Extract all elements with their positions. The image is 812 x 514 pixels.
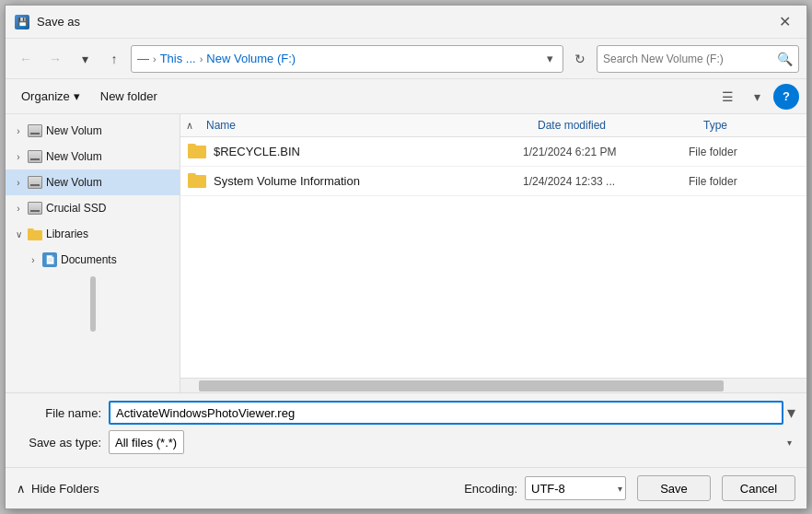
filename-label: File name: bbox=[17, 406, 109, 420]
expand-icon-2: › bbox=[13, 177, 24, 188]
close-button[interactable]: ✕ bbox=[771, 12, 797, 32]
sidebar-item-1[interactable]: › New Volum bbox=[6, 144, 180, 169]
search-input[interactable] bbox=[603, 53, 777, 65]
save-as-dialog: 💾 Save as ✕ ← → ▾ ↑ — › This ... › New V… bbox=[5, 5, 807, 509]
footer: ∧ Hide Folders Encoding: UTF-8 ▾ Save Ca… bbox=[6, 467, 806, 508]
scrollbar-thumb[interactable] bbox=[199, 380, 724, 391]
filetype-select-wrapper: All files (*.*) ▾ bbox=[109, 430, 795, 454]
file-type-1: File folder bbox=[689, 175, 799, 188]
up-button[interactable]: ↑ bbox=[101, 46, 127, 72]
hide-folders-label: Hide Folders bbox=[31, 482, 99, 496]
breadcrumb-separator: › bbox=[200, 53, 203, 64]
folder-icon-libraries bbox=[28, 227, 42, 241]
sidebar-item-0[interactable]: › New Volum bbox=[6, 118, 180, 144]
dropdown-button[interactable]: ▾ bbox=[72, 46, 98, 72]
hide-folders-button[interactable]: ∧ Hide Folders bbox=[17, 482, 99, 496]
help-button[interactable]: ? bbox=[773, 84, 799, 110]
table-row[interactable]: System Volume Information 1/24/2024 12:3… bbox=[180, 167, 806, 196]
dialog-icon: 💾 bbox=[15, 15, 29, 29]
lib-icon-documents: 📄 bbox=[42, 252, 57, 267]
toolbar: Organize ▾ New folder ☰ ▾ ? bbox=[6, 79, 806, 114]
filename-dropdown-arrow[interactable]: ▾ bbox=[787, 403, 795, 423]
sidebar-label-1: New Volum bbox=[46, 150, 102, 163]
filename-row: File name: ▾ bbox=[17, 401, 795, 425]
breadcrumb-dropdown[interactable]: ▾ bbox=[543, 52, 557, 65]
expand-icon-documents: › bbox=[28, 254, 39, 265]
folder-icon-sysvolume bbox=[188, 173, 206, 190]
file-date-0: 1/21/2024 6:21 PM bbox=[523, 146, 689, 158]
refresh-button[interactable]: ↻ bbox=[567, 46, 593, 72]
main-content: › New Volum › New Volum › New Volum › Cr… bbox=[6, 114, 806, 392]
file-list-header: ∧ Name Date modified Type bbox=[180, 114, 806, 137]
search-bar[interactable]: 🔍 bbox=[597, 45, 799, 73]
search-icon[interactable]: 🔍 bbox=[777, 52, 793, 66]
hide-folders-icon: ∧ bbox=[17, 482, 26, 496]
col-header-date[interactable]: Date modified bbox=[530, 115, 696, 135]
save-button[interactable]: Save bbox=[637, 475, 711, 501]
drive-icon-3 bbox=[28, 201, 42, 216]
breadcrumb-prefix: — bbox=[137, 52, 149, 65]
encoding-select-wrapper: UTF-8 ▾ bbox=[525, 476, 626, 500]
title-bar: 💾 Save as ✕ bbox=[6, 6, 806, 39]
encoding-select[interactable]: UTF-8 bbox=[525, 476, 626, 500]
encoding-group: Encoding: UTF-8 ▾ bbox=[464, 476, 626, 500]
bottom-form: File name: ▾ Save as type: All files (*.… bbox=[6, 392, 806, 467]
expand-icon-1: › bbox=[13, 151, 24, 162]
view-button[interactable]: ☰ bbox=[714, 84, 740, 110]
sidebar-label-2: New Volum bbox=[46, 176, 102, 189]
sidebar-label-0: New Volum bbox=[46, 124, 102, 137]
breadcrumb-current[interactable]: New Volume (F:) bbox=[206, 52, 296, 65]
sidebar-item-2[interactable]: › New Volum bbox=[6, 169, 180, 195]
drive-icon-0 bbox=[28, 123, 42, 138]
table-row[interactable]: $RECYCLE.BIN 1/21/2024 6:21 PM File fold… bbox=[180, 137, 806, 167]
file-name-0: $RECYCLE.BIN bbox=[214, 145, 523, 158]
encoding-label: Encoding: bbox=[464, 482, 517, 496]
footer-right: Encoding: UTF-8 ▾ Save Cancel bbox=[464, 475, 795, 501]
sidebar-label-documents: Documents bbox=[61, 253, 117, 266]
horizontal-scrollbar[interactable] bbox=[180, 378, 806, 392]
filetype-row: Save as type: All files (*.*) ▾ bbox=[17, 430, 795, 454]
col-header-type[interactable]: Type bbox=[696, 115, 806, 135]
file-name-1: System Volume Information bbox=[214, 174, 523, 188]
file-list-area: ∧ Name Date modified Type $RECYCLE.BIN 1… bbox=[180, 114, 806, 392]
sidebar-item-libraries[interactable]: ∨ Libraries bbox=[6, 221, 180, 247]
dialog-title: Save as bbox=[37, 15, 771, 29]
organize-button[interactable]: Organize ▾ bbox=[13, 86, 88, 107]
nav-bar: ← → ▾ ↑ — › This ... › New Volume (F:) ▾… bbox=[6, 39, 806, 79]
breadcrumb-bar[interactable]: — › This ... › New Volume (F:) ▾ bbox=[131, 45, 563, 73]
drive-icon-1 bbox=[28, 149, 42, 164]
breadcrumb-this[interactable]: This ... bbox=[160, 52, 196, 65]
back-button[interactable]: ← bbox=[13, 46, 39, 72]
new-folder-button[interactable]: New folder bbox=[92, 86, 166, 107]
folder-icon-recycle bbox=[188, 144, 206, 160]
drive-icon-2 bbox=[28, 175, 42, 190]
sidebar-item-3[interactable]: › Crucial SSD bbox=[6, 195, 180, 221]
forward-button[interactable]: → bbox=[42, 46, 68, 72]
view-dropdown-button[interactable]: ▾ bbox=[744, 84, 770, 110]
sidebar-item-documents[interactable]: › 📄 Documents bbox=[6, 247, 180, 273]
sidebar: › New Volum › New Volum › New Volum › Cr… bbox=[6, 114, 180, 392]
file-date-1: 1/24/2024 12:33 ... bbox=[523, 175, 689, 188]
sidebar-label-libraries: Libraries bbox=[46, 228, 88, 240]
cancel-button[interactable]: Cancel bbox=[722, 475, 795, 501]
collapse-button[interactable]: ∧ bbox=[180, 114, 199, 136]
file-type-0: File folder bbox=[689, 146, 799, 158]
filetype-select[interactable]: All files (*.*) bbox=[109, 430, 184, 454]
filename-input[interactable] bbox=[109, 401, 783, 425]
expand-icon-3: › bbox=[13, 203, 24, 214]
filetype-dropdown-icon: ▾ bbox=[787, 438, 792, 448]
col-header-name[interactable]: Name bbox=[199, 115, 530, 135]
filetype-label: Save as type: bbox=[17, 436, 109, 450]
expand-icon-0: › bbox=[13, 125, 24, 136]
breadcrumb-arrow: › bbox=[153, 53, 157, 64]
expand-icon-libraries: ∨ bbox=[13, 228, 24, 239]
sidebar-label-3: Crucial SSD bbox=[46, 202, 106, 215]
